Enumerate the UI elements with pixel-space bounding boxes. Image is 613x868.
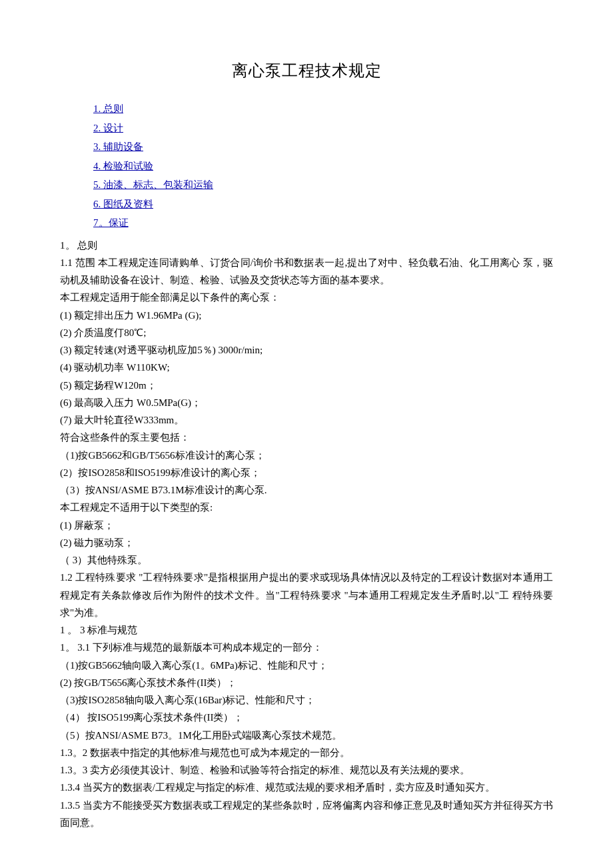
- section-1-heading: 1。 总则: [60, 237, 553, 254]
- section-1-2: 1.2 工程特殊要求 "工程特殊要求"是指根据用户提出的要求或现场具体情况以及特…: [60, 569, 553, 621]
- exclude-1: (1) 屏蔽泵；: [60, 517, 553, 534]
- section-1-3-heading: 1 。 3 标准与规范: [60, 621, 553, 639]
- section-1-3-3: 1.3。3 卖方必须使其设计、制造、检验和试验等符合指定的标准、规范以及有关法规…: [60, 761, 553, 779]
- include-2: (2）按ISO2858和ISO5199标准设计的离心泵；: [60, 464, 553, 481]
- condition-7: (7) 最大叶轮直径W333mm。: [60, 411, 553, 429]
- toc-item-7[interactable]: 7。保证: [93, 213, 553, 233]
- include-intro: 符合这些条件的泵主要包括：: [60, 429, 553, 446]
- exclude-intro: 本工程规定不适用于以下类型的泵:: [60, 499, 553, 516]
- document-page: 离心泵工程技术规定 1. 总则 2. 设计 3. 辅助设备 4. 检验和试验 5…: [0, 0, 613, 868]
- section-1-1: 1.1 范围 本工程规定连同请购单、订货合同/询价书和数据表一起,提出了对中、轻…: [60, 254, 553, 289]
- standard-2: (2) 按GB/T5656离心泵技术条件(II类）；: [60, 674, 553, 691]
- scope-intro: 本工程规定适用于能全部满足以下条件的离心泵：: [60, 289, 553, 306]
- condition-4: (4) 驱动机功率 W110KW;: [60, 359, 553, 376]
- section-1-3-5: 1.3.5 当卖方不能接受买方数据表或工程规定的某些条款时，应将偏离内容和修正意…: [60, 797, 553, 832]
- standard-5: （5）按ANSI/ASME B73。1M化工用卧式端吸离心泵技术规范。: [60, 727, 553, 744]
- section-1-3-4: 1.3.4 当买方的数据表/工程规定与指定的标准、规范或法规的要求相矛盾时，卖方…: [60, 779, 553, 796]
- standard-3: （3)按ISO2858轴向吸入离心泵(16Bar)标记、性能和尺寸；: [60, 691, 553, 709]
- section-1-3-2: 1.3。2 数据表中指定的其他标准与规范也可成为本规定的一部分。: [60, 744, 553, 761]
- toc-item-1[interactable]: 1. 总则: [93, 99, 553, 119]
- condition-6: (6) 最高吸入压力 W0.5MPa(G)；: [60, 394, 553, 411]
- toc-item-2[interactable]: 2. 设计: [93, 119, 553, 138]
- condition-3: (3) 额定转速(对透平驱动机应加5％) 3000r/min;: [60, 341, 553, 359]
- exclude-2: (2) 磁力驱动泵；: [60, 534, 553, 551]
- toc-item-6[interactable]: 6. 图纸及资料: [93, 195, 553, 214]
- include-1: （1)按GB5662和GB/T5656标准设计的离心泵；: [60, 447, 553, 464]
- exclude-3: （ 3）其他特殊泵。: [60, 551, 553, 569]
- standard-1: （1)按GB5662轴向吸入离心泵(1。6MPa)标记、性能和尺寸；: [60, 657, 553, 674]
- toc-item-4[interactable]: 4. 检验和试验: [93, 157, 553, 176]
- standard-4: （4） 按ISO5199离心泵技术条件(II类）；: [60, 709, 553, 726]
- document-body: 1。 总则 1.1 范围 本工程规定连同请购单、订货合同/询价书和数据表一起,提…: [60, 237, 553, 832]
- condition-5: (5) 额定扬程W120m；: [60, 377, 553, 394]
- include-3: （3）按ANSI/ASME B73.1M标准设计的离心泵.: [60, 481, 553, 499]
- document-title: 离心泵工程技术规定: [60, 57, 553, 85]
- condition-1: (1) 额定排出压力 W1.96MPa (G);: [60, 307, 553, 324]
- section-1-3-1-heading: 1。 3.1 下列标准与规范的最新版本可构成本规定的一部分：: [60, 639, 553, 656]
- toc-item-5[interactable]: 5. 油漆、标志、包装和运输: [93, 175, 553, 195]
- condition-2: (2) 介质温度仃80℃;: [60, 324, 553, 341]
- table-of-contents: 1. 总则 2. 设计 3. 辅助设备 4. 检验和试验 5. 油漆、标志、包装…: [93, 99, 553, 233]
- toc-item-3[interactable]: 3. 辅助设备: [93, 137, 553, 157]
